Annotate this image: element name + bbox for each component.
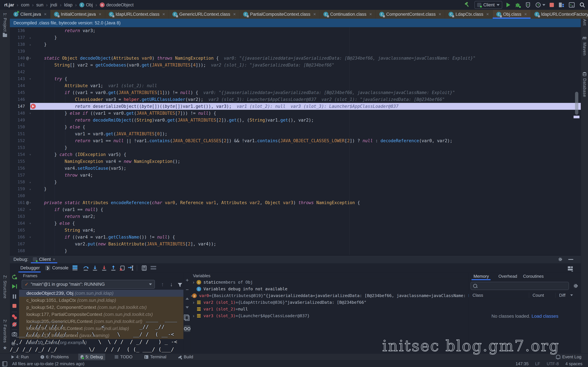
tab-coroutines[interactable]: Coroutines [523, 273, 544, 280]
breadcrumb-item[interactable]: mdecodeObject [100, 2, 134, 8]
code-line[interactable]: 162▾ if (var1 == null) { [10, 206, 581, 213]
search-icon[interactable] [579, 2, 585, 8]
close-icon[interactable]: × [439, 12, 441, 17]
expand-chevron-icon[interactable]: › [191, 299, 197, 306]
code-line[interactable]: 141 String[] var2 = getCodebases(var0.ge… [10, 62, 581, 68]
code-line[interactable]: 138▴ } [10, 41, 581, 48]
close-icon[interactable]: × [524, 12, 527, 17]
fold-marker[interactable]: ▴ [29, 179, 31, 185]
editor-tab[interactable]: CInitialContext.java× [50, 10, 105, 19]
breadcrumb-item[interactable]: sun [36, 2, 43, 8]
build-hammer-icon[interactable] [464, 2, 470, 8]
code-line[interactable]: 146 ClassLoader var3 = helper.getURLClas… [10, 96, 581, 103]
fold-marker[interactable]: ▴ [29, 41, 31, 48]
code-line[interactable]: 159▴ } [10, 185, 581, 192]
hide-panel-icon[interactable] [568, 259, 573, 260]
breakpoint-icon[interactable] [31, 104, 36, 109]
memory-search-input[interactable] [471, 282, 569, 290]
close-icon[interactable]: × [369, 12, 372, 17]
tab-console[interactable]: Console [52, 263, 69, 273]
column-diff[interactable]: Diff [559, 292, 565, 299]
frame-row[interactable]: p_lookup:542, ComponentContext (com.sun.… [19, 304, 183, 311]
code-line[interactable]: 147 return deserializeObject((byte[])((b… [10, 103, 581, 110]
fold-marker[interactable]: ▾ [29, 55, 31, 62]
code-line[interactable]: 152 return var1 == null || !var1.contain… [10, 137, 581, 144]
code-line[interactable]: 148▾ } else if ((var1 = var0.get(JAVA_AT… [10, 110, 581, 117]
resume-icon[interactable] [10, 284, 19, 289]
code-line[interactable]: 144 Attribute var1; var1 (slot_2): null [10, 82, 581, 89]
variable-row[interactable]: ›var2 (slot_1) = {LdapAttribute@836} "ja… [191, 299, 469, 306]
editor-tab[interactable]: CClient.java× [10, 10, 50, 19]
step-into-icon[interactable] [92, 265, 98, 271]
pause-icon[interactable] [10, 294, 19, 299]
variable-row[interactable]: ›sstatic members of Obj [191, 279, 469, 286]
expand-chevron-icon[interactable]: › [191, 312, 197, 319]
move-down-icon[interactable] [184, 306, 191, 309]
fold-marker[interactable]: ▾ [29, 206, 31, 213]
editor-tab[interactable]: CComponentContext.class× [376, 10, 445, 19]
editor-tab[interactable]: CGenericURLContext.class× [169, 10, 240, 19]
close-icon[interactable]: × [99, 12, 101, 17]
code-line[interactable]: 151 var1 = var0.get(JAVA_ATTRIBUTES[0]); [10, 130, 581, 137]
toolwindow-button-terminal[interactable]: ❯_Terminal [142, 354, 169, 360]
code-line[interactable]: 165 String var4; [10, 227, 581, 234]
code-line[interactable]: 153 } [10, 144, 581, 151]
code-line[interactable]: 139 [10, 48, 581, 55]
event-log-button[interactable]: Event Log [556, 353, 581, 360]
caret-position[interactable]: 147:35 [516, 361, 529, 366]
sidebar-item-maven[interactable]: m Maven [581, 35, 588, 56]
debug-bug-button[interactable] [515, 2, 521, 8]
coverage-button[interactable] [525, 2, 531, 8]
evaluate-expression-icon[interactable] [141, 265, 147, 271]
fold-marker[interactable]: ▾ [29, 75, 31, 82]
code-line[interactable]: 161@▾ private static Attributes encodeRe… [10, 199, 581, 206]
variable-row[interactable]: var1 (slot_2) = null [191, 306, 469, 312]
stop-icon[interactable] [10, 304, 19, 308]
code-line[interactable]: 155 NamingException var4 = new NamingExc… [10, 158, 581, 165]
add-watch-icon[interactable]: + [184, 277, 191, 283]
breadcrumb-item[interactable]: com [21, 2, 29, 8]
code-line[interactable]: 158▴ } [10, 179, 581, 185]
show-watches-icon[interactable] [184, 325, 191, 332]
status-panel-icon[interactable] [2, 361, 7, 366]
fold-marker[interactable]: ▾ [29, 220, 31, 227]
column-class[interactable]: Class [473, 292, 483, 299]
tab-memory[interactable]: Memory [474, 273, 489, 280]
tool-windows-icon[interactable] [558, 2, 564, 8]
drop-frame-icon[interactable] [119, 265, 125, 271]
run-button[interactable] [506, 3, 510, 7]
close-icon[interactable]: × [233, 12, 236, 17]
step-over-icon[interactable] [83, 265, 89, 271]
editor-tab[interactable]: CldapURLContextFactory.class× [531, 10, 588, 19]
rerun-icon[interactable] [10, 274, 19, 280]
close-icon[interactable]: × [162, 12, 165, 17]
remove-watch-icon[interactable]: − [184, 287, 191, 293]
toolwindow-button-todo[interactable]: TODO [112, 354, 135, 360]
editor-tab[interactable]: CldapURLContext.class× [105, 10, 169, 19]
sidebar-item-project[interactable]: 1: Project [0, 13, 10, 37]
step-out-icon[interactable] [110, 265, 116, 271]
code-line[interactable]: 157 throw var4; [10, 172, 581, 179]
code-line[interactable]: 160 [10, 192, 581, 199]
debug-session-tab[interactable]: Client × [33, 255, 55, 263]
indent-indicator[interactable]: 4 spaces [565, 361, 582, 366]
editor-tab[interactable]: CPartialCompositeContext.class× [240, 10, 320, 19]
variable-row[interactable]: ›pvar0 = {BasicAttributes@819} "{javaser… [191, 292, 469, 299]
frame-row[interactable]: c_lookup:1051, LdapCtx (com.sun.jndi.lda… [19, 297, 183, 304]
code-line[interactable]: 149 return decodeRmiObject((String)var0.… [10, 117, 581, 124]
variable-row[interactable]: ›var3 (slot_3) = {Launcher$AppClassLoade… [191, 312, 469, 319]
toolwindow-button-debug[interactable]: 5: Debug [78, 354, 105, 360]
expand-chevron-icon[interactable]: › [191, 292, 192, 299]
code-line[interactable]: 140@▾ static Object decodeObject(Attribu… [10, 55, 581, 62]
breadcrumb-item[interactable]: jndi [50, 2, 57, 8]
code-line[interactable]: 163 return var2; [10, 213, 581, 220]
filter-funnel-icon[interactable] [177, 282, 183, 288]
code-line[interactable]: 142 [10, 68, 581, 75]
settings-gear-icon[interactable] [558, 257, 563, 262]
run-configuration-select[interactable]: Client [475, 1, 502, 9]
toolwindow-button-build[interactable]: Build [176, 354, 196, 360]
code-line[interactable]: 168 } [10, 247, 581, 254]
fold-marker[interactable]: ▾ [29, 199, 31, 206]
close-icon[interactable]: × [313, 12, 316, 17]
code-line[interactable]: 167 var2.put(new BasicAttribute(JAVA_ATT… [10, 241, 581, 247]
